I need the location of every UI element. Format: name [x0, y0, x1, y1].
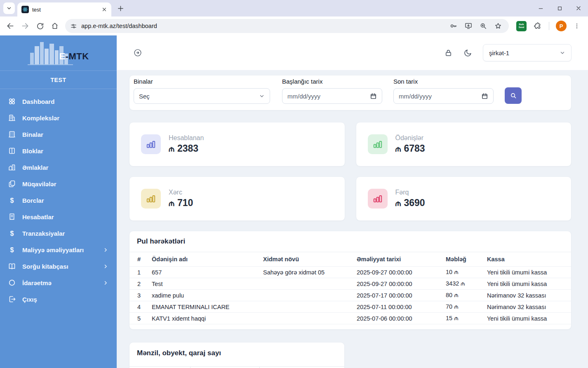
chevron-down-icon	[6, 5, 12, 11]
start-date-input[interactable]: mm/dd/yyyy	[282, 88, 382, 104]
col-index: #	[129, 252, 148, 267]
sidebar: E-MTK TEST Dashboard Komplekslər Binalar…	[0, 35, 117, 368]
main-header: şirkət-1	[117, 35, 588, 70]
dashboard-content: Binalar Seç Başlanğıc tarix mm/dd/yyyy	[117, 70, 588, 368]
sidebar-item-sorğu-kitabçası[interactable]: Sorğu kitabçası	[0, 258, 117, 274]
sidebar-item-tranzaksiyalar[interactable]: $ Tranzaksiyalar	[0, 225, 117, 241]
building-icon	[8, 130, 16, 138]
bookmark-star-icon[interactable]	[494, 22, 502, 30]
sidebar-item-idarəetmə[interactable]: İdarəetmə	[0, 274, 117, 291]
table-row[interactable]: 3 xadime pulu 2025-07-17 00:00:00 80 ₼ N…	[129, 290, 571, 301]
circle-icon	[8, 279, 16, 287]
forward-button[interactable]	[18, 19, 32, 33]
sidebar-item-bloklar[interactable]: Bloklar	[0, 143, 117, 159]
stat-label: Fərq	[395, 189, 425, 196]
home-button[interactable]	[48, 19, 62, 33]
plus-icon	[117, 5, 124, 12]
sidebar-item-hesabatlar[interactable]: Hesabatlar	[0, 209, 117, 225]
units-table	[129, 366, 344, 368]
stat-label: Ödənişlər	[395, 134, 425, 142]
table-row[interactable]: 2 Test 2025-09-27 00:00:00 3432 ₼ Yeni t…	[129, 278, 571, 290]
table-row[interactable]: 5 KATV1 xidemt haqqi 2025-07-06 00:00:00…	[129, 313, 571, 324]
dark-mode-moon-icon[interactable]	[463, 49, 472, 57]
sidebar-item-çıxış[interactable]: Çıxış	[0, 291, 117, 307]
search-button[interactable]	[505, 87, 522, 104]
sidebar-item-binalar[interactable]: Binalar	[0, 126, 117, 143]
end-date-label: Son tarix	[393, 78, 494, 85]
chevron-down-icon	[259, 93, 265, 99]
dashboard-icon	[8, 97, 16, 105]
stat-card-hesablanan: Hesablanan ₼2383	[129, 122, 345, 166]
profile-avatar[interactable]: P	[556, 21, 567, 31]
new-tab-button[interactable]	[115, 2, 126, 14]
svg-text:$: $	[10, 246, 14, 253]
table-row[interactable]: 1 657 Sahəyə görə xidmət 05 2025-09-27 0…	[129, 267, 571, 278]
stat-card-xərc: Xərc ₼710	[129, 176, 345, 221]
svg-text:$: $	[10, 230, 14, 237]
reload-button[interactable]	[33, 19, 47, 33]
stat-value: ₼6783	[395, 143, 425, 154]
dollar-icon: $	[8, 246, 16, 254]
stat-card-fərq: Fərq ₼3690	[356, 176, 572, 221]
stat-value: ₼2383	[169, 143, 204, 154]
table-row[interactable]: 4 EMANAT TERMINALI ICARE 2025-07-11 00:0…	[129, 301, 571, 313]
buildings-filter-field: Binalar Seç	[134, 78, 270, 104]
manat-symbol: ₼	[395, 144, 401, 154]
dollar-icon: $	[8, 229, 16, 237]
header-actions: şirkət-1	[444, 44, 572, 61]
buildings-select[interactable]: Seç	[134, 88, 270, 104]
start-date-field: Başlanğıc tarix mm/dd/yyyy	[282, 78, 382, 104]
complex-building-icon	[8, 114, 16, 122]
blocks-icon	[8, 147, 16, 155]
transactions-card: Pul hərəkətləri # Ödənişin adı Xidmət nö…	[129, 231, 572, 330]
main-area: şirkət-1 Binalar Seç Başlanğıc tarix	[117, 35, 588, 368]
company-select[interactable]: şirkət-1	[483, 44, 572, 61]
extensions-puzzle-icon[interactable]	[531, 19, 545, 33]
sidebar-item-müqavilələr[interactable]: Müqavilələr	[0, 176, 117, 192]
tab-title: test	[32, 7, 97, 13]
bar-chart-icon	[368, 134, 388, 154]
tab-close-icon[interactable]	[101, 6, 108, 13]
stats-grid: Hesablanan ₼2383 Ödənişlər ₼6783	[129, 122, 572, 221]
col-operation-date: Əməliyyat tarixi	[353, 252, 442, 267]
window-maximize-button[interactable]	[550, 0, 569, 16]
end-date-field: Son tarix mm/dd/yyyy	[393, 78, 494, 104]
sidebar-item-maliyyə-əməliyyatları[interactable]: $ Maliyyə əməliyyatları	[0, 241, 117, 258]
col-payment-name: Ödənişin adı	[148, 252, 259, 267]
stat-label: Hesablanan	[169, 134, 204, 142]
app-frame: E-MTK TEST Dashboard Komplekslər Binalar…	[0, 35, 588, 368]
site-settings-icon[interactable]	[70, 23, 77, 30]
book-icon	[8, 262, 16, 270]
logo-area[interactable]: E-MTK	[0, 35, 117, 71]
table-header-row: # Ödənişin adı Xidmət növü Əməliyyat tar…	[129, 252, 571, 267]
sidebar-item-əmlaklar[interactable]: Əmlaklar	[0, 159, 117, 176]
tab-search-button[interactable]	[3, 2, 15, 14]
window-minimize-button[interactable]	[531, 0, 550, 16]
manat-symbol: ₼	[395, 199, 401, 208]
sidebar-collapse-button[interactable]	[133, 48, 142, 57]
browser-tab-active[interactable]: test	[17, 2, 111, 16]
browser-menu-kebab-icon[interactable]	[570, 19, 584, 33]
lock-icon[interactable]	[444, 49, 453, 57]
sidebar-item-komplekslər[interactable]: Komplekslər	[0, 110, 117, 126]
units-card-title: Mənzil, obyekt, qaraj sayı	[129, 342, 344, 366]
sidebar-item-borclar[interactable]: $ Borclar	[0, 192, 117, 209]
browser-toolbar: app.e-mtk.az/test/dashboard Bulk Send P	[0, 16, 588, 35]
logout-icon	[8, 295, 16, 303]
back-button[interactable]	[3, 19, 17, 33]
react-favicon-icon	[21, 6, 29, 13]
workspace-name: TEST	[0, 71, 117, 89]
chevron-right-icon	[103, 264, 108, 269]
url-bar[interactable]: app.e-mtk.az/test/dashboard	[65, 19, 509, 33]
install-app-icon[interactable]	[464, 22, 473, 30]
url-text[interactable]: app.e-mtk.az/test/dashboard	[81, 23, 449, 29]
bulk-send-extension-icon[interactable]: Bulk Send	[516, 21, 527, 31]
window-close-button[interactable]	[569, 0, 588, 16]
password-key-icon[interactable]	[449, 22, 458, 30]
zoom-icon[interactable]	[479, 22, 487, 30]
chevron-down-icon	[560, 50, 565, 56]
start-date-label: Başlanğıc tarix	[282, 78, 382, 85]
end-date-input[interactable]: mm/dd/yyyy	[393, 88, 494, 104]
emtk-logo: E-MTK	[28, 40, 89, 66]
sidebar-item-dashboard[interactable]: Dashboard	[0, 93, 117, 110]
